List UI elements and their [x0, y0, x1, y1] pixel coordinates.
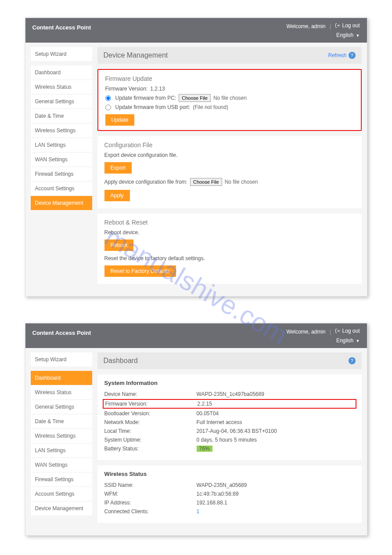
- logout-label: Log out: [342, 328, 360, 334]
- export-label: Export device configuration file.: [104, 152, 355, 158]
- sidebar-item-wireless-status[interactable]: Wireless Status: [31, 80, 92, 94]
- info-value: 2017-Aug-04, 06:36:43 BST+0100: [197, 428, 355, 434]
- sidebar-item-setup-wizard[interactable]: Setup Wizard: [31, 352, 92, 366]
- no-config-file-text: No file chosen: [225, 179, 258, 185]
- system-information-card: System Information Device Name:WAPD-235N…: [97, 374, 362, 460]
- separator: |: [330, 23, 331, 29]
- info-label: Connected Clients:: [104, 508, 197, 515]
- wireless-status-card: Wireless Status SSID Name:WAPD-235N_a056…: [97, 465, 362, 523]
- info-row: Connected Clients:1: [104, 507, 355, 516]
- welcome-text: Welcome, admin: [286, 23, 325, 29]
- info-value: 1c:49:7b:a0:56:89: [197, 491, 355, 497]
- reset-factory-button[interactable]: Reset to Factory Defaults: [104, 265, 176, 277]
- info-label: Bootloader Version:: [104, 410, 197, 417]
- sidebar-item-account-settings[interactable]: Account Settings: [31, 486, 92, 501]
- sidebar-item-lan-settings[interactable]: LAN Settings: [31, 443, 92, 457]
- help-icon[interactable]: ?: [349, 52, 356, 59]
- logout-link[interactable]: Log out: [335, 22, 360, 29]
- update-from-usb-radio[interactable]: [105, 105, 111, 110]
- apply-button[interactable]: Apply: [104, 190, 130, 201]
- sidebar-item-setup-wizard[interactable]: Setup Wizard: [31, 47, 92, 61]
- info-value: 192.168.88.1: [197, 500, 355, 506]
- choose-file-button[interactable]: Choose File: [179, 94, 211, 102]
- sysinfo-heading: System Information: [104, 380, 355, 386]
- battery-badge: 76%: [197, 446, 212, 452]
- sidebar-item-device-management[interactable]: Device Management: [31, 501, 92, 515]
- brand-title: Content Access Point: [32, 328, 91, 336]
- export-button[interactable]: Export: [104, 162, 132, 174]
- info-row: Local Time:2017-Aug-04, 06:36:43 BST+010…: [104, 427, 355, 435]
- usb-file-status: (File not found): [193, 104, 228, 110]
- sidebar-item-firewall-settings[interactable]: Firewall Settings: [31, 167, 92, 181]
- update-from-pc-radio[interactable]: [105, 95, 111, 101]
- logout-icon: [335, 23, 340, 28]
- language-dropdown[interactable]: English ▼: [286, 337, 360, 344]
- sidebar-item-wireless-status[interactable]: Wireless Status: [31, 385, 92, 399]
- sidebar-item-firewall-settings[interactable]: Firewall Settings: [31, 472, 92, 486]
- info-label: Local Time:: [104, 428, 197, 434]
- info-row: Bootloader Version:00.05T04: [104, 409, 355, 418]
- page-title: Device Management: [104, 51, 168, 59]
- info-value: Full Internet access: [197, 419, 355, 425]
- info-label: IP Address:: [104, 500, 197, 506]
- info-row: System Uptime:0 days, 5 hours 5 minutes: [104, 435, 355, 444]
- sidebar-item-dashboard[interactable]: Dashboard: [31, 371, 92, 385]
- sidebar: Setup Wizard DashboardWireless StatusGen…: [31, 352, 92, 528]
- info-label: SSID Name:: [104, 482, 197, 488]
- update-button[interactable]: Update: [105, 114, 135, 126]
- language-label: English: [336, 337, 353, 344]
- info-row: IP Address:192.168.88.1: [104, 498, 355, 507]
- no-file-chosen-text: No file chosen: [213, 95, 247, 101]
- logout-link[interactable]: Log out: [335, 328, 360, 334]
- info-link[interactable]: 1: [197, 508, 200, 515]
- reboot-button[interactable]: Reboot: [104, 239, 134, 251]
- info-label: System Uptime:: [104, 437, 197, 443]
- choose-config-file-button[interactable]: Choose File: [190, 178, 222, 186]
- sidebar-item-wireless-settings[interactable]: Wireless Settings: [31, 428, 92, 443]
- info-row: Firmware Version:2.2.15: [103, 399, 356, 409]
- sidebar-item-device-management[interactable]: Device Management: [31, 196, 92, 210]
- info-value: 0 days, 5 hours 5 minutes: [197, 437, 355, 443]
- sidebar-item-general-settings[interactable]: General Settings: [31, 399, 92, 414]
- help-icon[interactable]: ?: [349, 357, 356, 364]
- logout-icon: [335, 328, 340, 334]
- info-label: Network Mode:: [104, 419, 197, 425]
- info-row: WFM:1c:49:7b:a0:56:89: [104, 490, 355, 498]
- sidebar-item-date-time[interactable]: Date & Time: [31, 414, 92, 428]
- reboot-reset-card: Reboot & Reset Reboot device. Reboot Res…: [97, 214, 362, 284]
- info-label: Firmware Version:: [105, 401, 198, 407]
- sidebar-item-wan-settings[interactable]: WAN Settings: [31, 152, 92, 167]
- info-value: 76%: [197, 446, 355, 452]
- sidebar: Setup Wizard DashboardWireless StatusGen…: [31, 47, 92, 289]
- info-row: Battery Status:76%: [104, 444, 355, 453]
- refresh-link[interactable]: Refresh ?: [328, 52, 355, 59]
- info-row: Device Name:WAPD-235N_1c497ba05689: [104, 390, 355, 399]
- page-title: Dashboard: [104, 357, 138, 365]
- app-header: Content Access Point Welcome, admin | Lo…: [25, 18, 367, 43]
- language-dropdown[interactable]: English ▼: [286, 32, 360, 38]
- reset-label: Reset the device to factory default sett…: [104, 255, 355, 261]
- sidebar-item-general-settings[interactable]: General Settings: [31, 94, 92, 109]
- sidebar-item-date-time[interactable]: Date & Time: [31, 109, 92, 123]
- info-value: WAPD-235N_1c497ba05689: [197, 391, 355, 397]
- info-value: WAPD-235N_a05689: [197, 482, 355, 488]
- sidebar-item-dashboard[interactable]: Dashboard: [31, 65, 92, 80]
- info-row: Network Mode:Full Internet access: [104, 418, 355, 427]
- language-label: English: [336, 32, 353, 38]
- separator: |: [330, 329, 331, 335]
- firmware-update-card: Firmware Update Firmware Version:1.2.13 …: [97, 69, 362, 131]
- wireless-heading: Wireless Status: [104, 471, 355, 477]
- sidebar-item-lan-settings[interactable]: LAN Settings: [31, 138, 92, 152]
- firmware-heading: Firmware Update: [105, 75, 354, 82]
- sidebar-item-wireless-settings[interactable]: Wireless Settings: [31, 123, 92, 138]
- firmware-version-label: Firmware Version:: [105, 86, 148, 92]
- apply-config-label: Apply device configuration file from:: [104, 179, 187, 185]
- brand-title: Content Access Point: [32, 22, 91, 31]
- firmware-version-value: 1.2.13: [150, 86, 165, 92]
- info-value[interactable]: 1: [197, 508, 355, 515]
- update-from-pc-label: Update firmware from PC:: [115, 95, 176, 101]
- sidebar-item-account-settings[interactable]: Account Settings: [31, 181, 92, 196]
- reboot-heading: Reboot & Reset: [104, 219, 355, 226]
- app-header: Content Access Point Welcome, admin | Lo…: [25, 323, 367, 348]
- sidebar-item-wan-settings[interactable]: WAN Settings: [31, 457, 92, 472]
